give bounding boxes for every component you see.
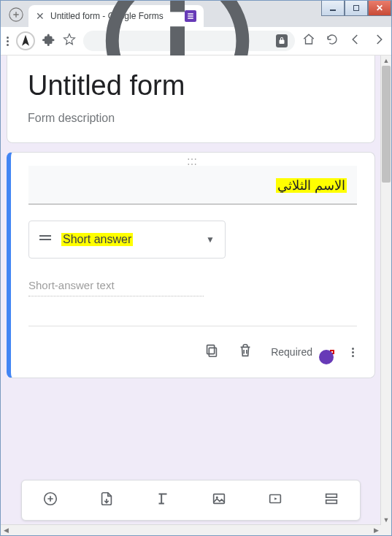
url-field[interactable]: docs.google.com/forms/... (83, 31, 295, 51)
extensions-icon[interactable] (42, 33, 55, 49)
short-answer-placeholder: Short-answer text (28, 279, 204, 296)
scroll-right-icon[interactable]: ▶ (371, 525, 381, 535)
drag-handle-icon[interactable] (187, 157, 199, 167)
refresh-icon[interactable] (326, 33, 339, 49)
import-questions-icon[interactable] (99, 491, 115, 510)
scroll-thumb[interactable] (382, 66, 391, 183)
scroll-corner (381, 525, 391, 535)
bookmark-star-icon[interactable] (63, 33, 76, 49)
new-tab-button[interactable] (4, 4, 28, 26)
horizontal-scrollbar[interactable]: ◀ ▶ (1, 524, 381, 535)
form-description[interactable]: Form description (28, 112, 354, 125)
close-button[interactable]: ✕ (368, 1, 391, 16)
home-icon[interactable] (302, 33, 315, 49)
back-icon[interactable] (349, 33, 362, 49)
svg-rect-8 (207, 345, 215, 354)
profile-avatar[interactable] (16, 31, 35, 50)
address-bar: docs.google.com/forms/... (1, 27, 391, 55)
svg-rect-14 (326, 500, 337, 504)
svg-rect-13 (326, 494, 337, 498)
duplicate-icon[interactable] (204, 342, 220, 361)
delete-icon[interactable] (237, 342, 253, 361)
required-label: Required (271, 346, 312, 358)
lock-icon[interactable] (276, 34, 288, 47)
scroll-left-icon[interactable]: ◀ (1, 525, 11, 535)
question-footer: Required (28, 326, 357, 378)
form-title[interactable]: Untitled form (28, 70, 354, 102)
vertical-scrollbar[interactable]: ▲ ▼ (380, 55, 391, 525)
required-toggle[interactable] (330, 350, 334, 354)
question-type-label: Short answer (61, 233, 133, 246)
minimize-button[interactable] (321, 1, 345, 16)
add-question-icon[interactable] (42, 491, 58, 510)
add-title-icon[interactable] (155, 491, 171, 510)
question-more-icon[interactable] (352, 348, 354, 357)
maximize-button[interactable] (345, 1, 368, 16)
svg-rect-7 (210, 348, 217, 356)
browser-menu-icon[interactable] (7, 37, 9, 46)
scroll-down-icon[interactable]: ▼ (381, 515, 391, 525)
short-answer-icon (39, 239, 51, 240)
window-controls: ✕ (321, 1, 391, 16)
add-image-icon[interactable] (211, 491, 227, 510)
svg-rect-10 (214, 494, 225, 504)
form-header-card[interactable]: Untitled form Form description (7, 55, 375, 143)
add-video-icon[interactable] (267, 491, 283, 510)
tab-close-icon[interactable]: ✕ (36, 10, 45, 22)
svg-rect-6 (170, 0, 185, 12)
forward-icon[interactable] (372, 33, 385, 49)
chevron-down-icon: ▼ (206, 234, 215, 245)
question-card[interactable]: الاسم الثلاثي Short answer ▼ Short-answe… (7, 152, 375, 378)
question-title-input[interactable]: الاسم الثلاثي (28, 166, 357, 204)
page-viewport: Untitled form Form description الاسم الث… (1, 55, 391, 535)
scroll-up-icon[interactable]: ▲ (381, 55, 391, 66)
question-type-dropdown[interactable]: Short answer ▼ (28, 221, 226, 259)
add-section-icon[interactable] (323, 491, 339, 510)
question-title-text: الاسم الثلاثي (276, 178, 347, 193)
floating-toolbar (21, 480, 361, 521)
